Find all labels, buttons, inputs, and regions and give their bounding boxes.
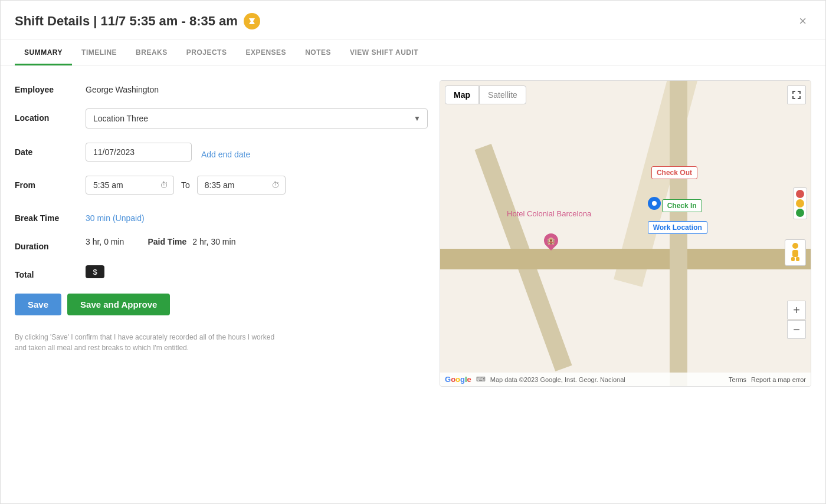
to-label: To [181,180,190,190]
paid-time-value: 2 hr, 30 min [192,237,235,246]
disclaimer-text: By clicking 'Save' I confirm that I have… [15,332,286,353]
traffic-light-red [796,190,804,198]
paid-time-label: Paid Time [148,237,186,246]
street-view-icon[interactable] [785,239,806,266]
tab-projects[interactable]: PROJECTS [177,40,237,65]
zoom-controls: + − [787,301,806,339]
action-buttons: Save Save and Approve [15,294,170,315]
hotel-pin-icon: 🏨 [541,230,561,251]
checkout-label: Check Out [651,166,697,179]
employee-value: George Washington [86,80,428,94]
traffic-light-green [796,209,804,217]
total-row: Total $ [15,265,428,279]
work-location-marker: Work Location [648,221,707,234]
checkin-pin [648,197,661,210]
close-button[interactable]: × [794,11,811,31]
form-section: Employee George Washington Location Loca… [15,80,428,387]
map-footer-links: Terms Report a map error [729,376,806,383]
checkin-label: Check In [662,199,702,212]
report-link[interactable]: Report a map error [751,376,806,383]
duration-label: Duration [15,237,86,251]
tab-expenses[interactable]: EXPENSES [236,40,296,65]
from-time-wrapper: ⏱ [86,176,174,195]
svg-rect-5 [792,250,798,257]
employee-label: Employee [15,80,86,94]
date-input[interactable] [86,143,192,162]
break-row: Break Time 30 min (Unpaid) [15,209,428,223]
map-data-text: Map data ©2023 Google, Inst. Geogr. Naci… [490,376,625,383]
road-horizontal [440,249,811,269]
zoom-out-button[interactable]: − [787,320,806,339]
paid-time-block: Paid Time 2 hr, 30 min [148,237,235,246]
duration-row: Duration 3 hr, 0 min Paid Time 2 hr, 30 … [15,237,428,251]
hotel-label: Hotel Colonial Barcelona [507,209,591,218]
checkout-marker: Check Out [651,166,697,179]
save-button[interactable]: Save [15,294,61,315]
zoom-in-button[interactable]: + [787,301,806,319]
svg-marker-0 [249,18,255,24]
terms-link[interactable]: Terms [729,376,746,383]
svg-rect-7 [796,257,799,261]
map-view-button[interactable]: Map [445,85,479,104]
add-end-date-link[interactable]: Add end date [201,145,250,159]
employee-row: Employee George Washington [15,80,428,94]
time-row: From ⏱ To ⏱ [15,176,428,195]
svg-rect-6 [791,257,795,261]
location-row: Location Location Three ▼ [15,108,428,129]
checkin-marker: Check In [648,197,702,212]
clock-icon-from: ⏱ [160,180,168,190]
modal-title: Shift Details | 11/7 5:35 am - 8:35 am [15,13,260,29]
clock-icon-to: ⏱ [271,180,280,190]
save-and-approve-button[interactable]: Save and Approve [67,294,170,315]
svg-point-2 [652,201,657,206]
location-select-wrapper[interactable]: Location Three ▼ [86,108,428,129]
svg-point-4 [792,243,798,249]
location-select[interactable]: Location Three [86,108,428,129]
map-fullscreen-button[interactable] [787,85,806,104]
date-label: Date [15,143,86,157]
duration-value: 3 hr, 0 min [86,237,124,246]
total-label: Total [15,265,86,279]
map-background: Hotel Colonial Barcelona 🏨 Check Out [440,81,811,386]
tab-notes[interactable]: NOTES [296,40,340,65]
map-section: Hotel Colonial Barcelona 🏨 Check Out [440,80,811,387]
tabs-bar: SUMMARY TIMELINE BREAKS PROJECTS EXPENSE… [1,40,825,66]
break-label: Break Time [15,209,86,223]
from-label: From [15,176,86,190]
to-time-wrapper: ⏱ [197,176,286,195]
google-logo: Google [445,375,471,384]
satellite-view-button[interactable]: Satellite [479,85,526,104]
hotel-pin: 🏨 [544,233,558,248]
break-value[interactable]: 30 min (Unpaid) [86,209,145,223]
work-location-label: Work Location [648,221,707,234]
map-footer: Google ⌨ Map data ©2023 Google, Inst. Ge… [440,373,811,386]
location-label: Location [15,108,86,123]
tab-summary[interactable]: SUMMARY [15,40,72,65]
flag-icon [244,13,260,29]
tab-breaks[interactable]: BREAKS [126,40,177,65]
tab-view-shift-audit[interactable]: VIEW SHIFT AUDIT [340,40,428,65]
button-row: Save Save and Approve By clicking 'Save'… [15,294,428,353]
traffic-light-icon [793,187,807,219]
tab-timeline[interactable]: TIMELINE [72,40,126,65]
title-text: Shift Details | 11/7 5:35 am - 8:35 am [15,14,238,29]
keyboard-icon: ⌨ [476,375,486,383]
map-type-controls: Map Satellite [445,85,526,104]
traffic-light-yellow [796,199,804,207]
total-currency-icon: $ [86,265,104,278]
date-row: Date Add end date [15,143,428,162]
